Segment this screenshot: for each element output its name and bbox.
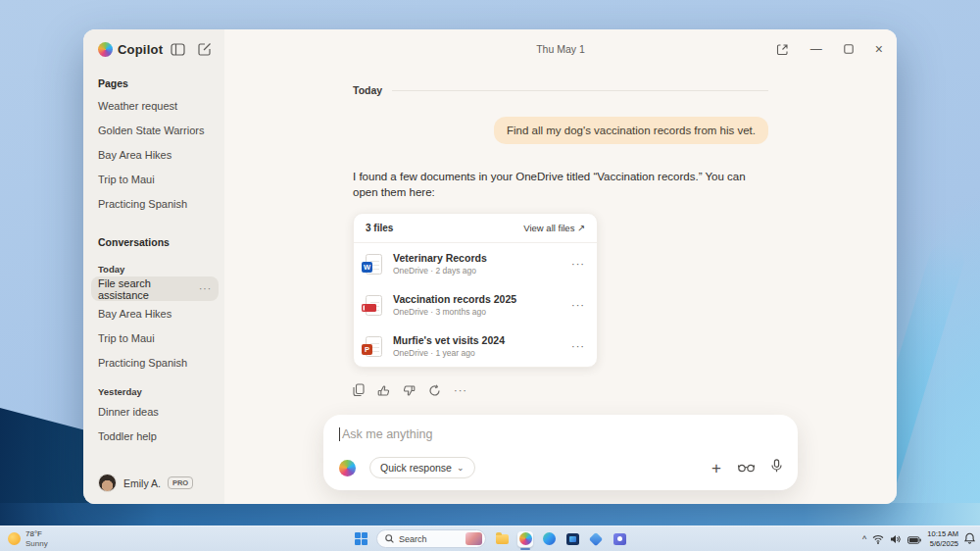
- profile-row[interactable]: Emily A. PRO: [98, 474, 212, 492]
- file-explorer-icon[interactable]: [494, 531, 510, 547]
- file-name: Murfie's vet visits 2024: [393, 334, 505, 346]
- edge-icon[interactable]: [541, 531, 557, 547]
- file-count-label: 3 files: [366, 223, 393, 233]
- pdf-file-icon: [366, 295, 382, 316]
- sidebar-header: Copilot: [98, 42, 212, 57]
- sidebar-item-practicing-spanish-page[interactable]: Practicing Spanish: [98, 191, 212, 216]
- yesterday-group-label: Yesterday: [98, 386, 212, 397]
- vision-glasses-icon[interactable]: [738, 459, 755, 476]
- file-row-veterinary-records[interactable]: W Veterinary Records OneDrive · 2 days a…: [354, 243, 597, 284]
- sidebar-item-trip-to-maui-page[interactable]: Trip to Maui: [98, 167, 212, 191]
- thumbs-up-icon[interactable]: [377, 384, 390, 397]
- file-row-murfies-vet-visits-2024[interactable]: P Murfie's vet visits 2024 OneDrive · 1 …: [354, 326, 597, 367]
- file-meta: OneDrive · 2 days ago: [393, 266, 487, 276]
- m365-icon[interactable]: [588, 531, 604, 547]
- copilot-logo-icon: [98, 42, 113, 57]
- copilot-window: Copilot Pages Weather request Golden Sta…: [83, 29, 897, 504]
- sidebar: Copilot Pages Weather request Golden Sta…: [83, 29, 224, 504]
- powerpoint-file-icon: P: [366, 336, 382, 357]
- sidebar-item-file-search-assistance[interactable]: File search assistance ···: [91, 276, 219, 301]
- notification-bell-icon[interactable]: [964, 530, 975, 548]
- file-more-icon[interactable]: ···: [571, 258, 585, 270]
- tray-time: 10:15 AM: [927, 529, 958, 539]
- new-chat-icon[interactable]: [198, 43, 212, 56]
- text-cursor: [339, 427, 340, 441]
- window-header: Thu May 1 — ×: [224, 29, 897, 69]
- main-panel: Thu May 1 — × Today Find all my dog's va…: [224, 29, 897, 504]
- copy-icon[interactable]: [353, 383, 365, 397]
- composer: Ask me anything Quick response ⌄ +: [323, 415, 798, 490]
- search-placeholder: Search: [399, 534, 427, 544]
- input-placeholder: Ask me anything: [342, 427, 432, 441]
- divider-label: Today: [353, 84, 382, 96]
- wifi-icon[interactable]: [872, 530, 884, 548]
- word-file-icon: W: [366, 254, 382, 275]
- microphone-icon[interactable]: [771, 459, 782, 476]
- profile-name: Emily A.: [123, 477, 161, 489]
- regenerate-icon[interactable]: [428, 384, 441, 397]
- tray-chevron-up-icon[interactable]: ^: [862, 534, 866, 544]
- copilot-taskbar-icon[interactable]: [517, 531, 533, 547]
- battery-icon[interactable]: [907, 530, 921, 548]
- avatar: [98, 474, 117, 492]
- start-button[interactable]: [353, 531, 368, 547]
- taskbar-search[interactable]: Search: [376, 529, 486, 548]
- sidebar-item-bay-area-hikes-page[interactable]: Bay Area Hikes: [98, 142, 212, 167]
- weather-condition: Sunny: [25, 539, 48, 549]
- attach-plus-icon[interactable]: +: [711, 460, 721, 476]
- user-message-bubble: Find all my dog's vaccination records fr…: [494, 117, 768, 144]
- share-icon[interactable]: [776, 43, 789, 56]
- toggle-sidebar-icon[interactable]: [171, 43, 185, 56]
- file-more-icon[interactable]: ···: [571, 340, 585, 352]
- sidebar-item-dinner-ideas[interactable]: Dinner ideas: [98, 399, 212, 424]
- tray-date: 5/6/2025: [927, 539, 958, 549]
- weather-widget[interactable]: 78°F Sunny: [8, 529, 48, 549]
- chat-thread: Today Find all my dog's vaccination reco…: [353, 69, 768, 397]
- sidebar-item-golden-state-warriors[interactable]: Golden State Warriors: [98, 118, 212, 142]
- chevron-down-icon: ⌄: [457, 463, 465, 473]
- file-card-header: 3 files View all files ↗: [354, 214, 597, 243]
- response-mode-dropdown[interactable]: Quick response ⌄: [369, 457, 475, 478]
- file-meta: OneDrive · 3 months ago: [393, 307, 516, 317]
- date-divider: Today: [353, 84, 768, 96]
- weather-temp: 78°F: [25, 529, 48, 539]
- sidebar-item-toddler-help[interactable]: Toddler help: [98, 424, 212, 448]
- thumbs-down-icon[interactable]: [403, 384, 416, 397]
- conversation-date: Thu May 1: [536, 43, 585, 55]
- divider-line: [392, 90, 768, 91]
- clock[interactable]: 10:15 AM 5/6/2025: [927, 529, 958, 549]
- sidebar-item-practicing-spanish-convo[interactable]: Practicing Spanish: [98, 350, 212, 375]
- file-name: Veterinary Records: [393, 252, 487, 264]
- taskbar: 78°F Sunny Search ^ 10:15 AM: [0, 526, 980, 551]
- volume-icon[interactable]: [890, 530, 902, 548]
- teams-icon[interactable]: [612, 531, 627, 547]
- response-mode-label: Quick response: [380, 462, 452, 474]
- message-actions: ···: [353, 383, 768, 397]
- message-input[interactable]: Ask me anything: [339, 427, 782, 441]
- sidebar-item-bay-area-hikes-convo[interactable]: Bay Area Hikes: [98, 301, 212, 326]
- minimize-button[interactable]: —: [810, 43, 822, 55]
- maximize-button[interactable]: [844, 44, 854, 54]
- view-all-files-link[interactable]: View all files ↗: [523, 223, 585, 233]
- today-group-label: Today: [98, 264, 212, 275]
- file-more-icon[interactable]: ···: [571, 299, 585, 311]
- conversations-section-title: Conversations: [98, 236, 212, 248]
- store-icon[interactable]: [564, 531, 580, 547]
- file-results-card: 3 files View all files ↗ W Veterinary Re…: [353, 213, 598, 368]
- sun-icon: [8, 532, 21, 545]
- file-row-vaccination-records-2025[interactable]: Vaccination records 2025 OneDrive · 3 mo…: [354, 284, 597, 326]
- more-actions-icon[interactable]: ···: [454, 384, 467, 396]
- assistant-message: I found a few documents in your OneDrive…: [353, 169, 768, 200]
- search-highlight-image: [466, 532, 482, 545]
- sidebar-item-trip-to-maui-convo[interactable]: Trip to Maui: [98, 326, 212, 350]
- close-button[interactable]: ×: [875, 42, 883, 56]
- pages-section-title: Pages: [98, 77, 212, 89]
- wallpaper-band: [0, 503, 980, 526]
- sidebar-item-weather-request[interactable]: Weather request: [98, 93, 212, 118]
- app-title: Copilot: [118, 42, 163, 57]
- item-more-icon[interactable]: ···: [199, 283, 212, 294]
- search-icon: [385, 534, 394, 543]
- file-meta: OneDrive · 1 year ago: [393, 348, 505, 358]
- sidebar-item-label: File search assistance: [98, 277, 199, 301]
- file-name: Vaccination records 2025: [393, 293, 516, 305]
